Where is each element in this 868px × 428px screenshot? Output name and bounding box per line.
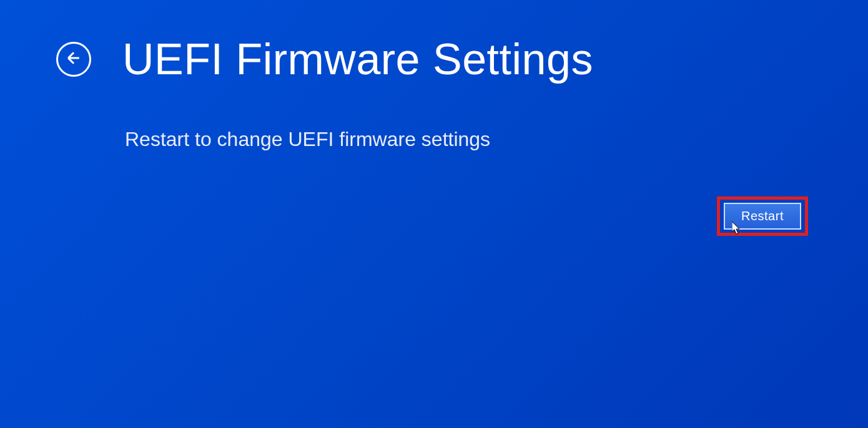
header: UEFI Firmware Settings <box>0 0 868 84</box>
description-text: Restart to change UEFI firmware settings <box>0 84 868 151</box>
page-title: UEFI Firmware Settings <box>122 34 593 84</box>
highlight-annotation: Restart <box>717 197 808 236</box>
restart-button[interactable]: Restart <box>724 203 801 230</box>
arrow-left-icon <box>64 49 83 70</box>
back-button[interactable] <box>56 42 91 77</box>
action-area: Restart <box>717 197 808 236</box>
